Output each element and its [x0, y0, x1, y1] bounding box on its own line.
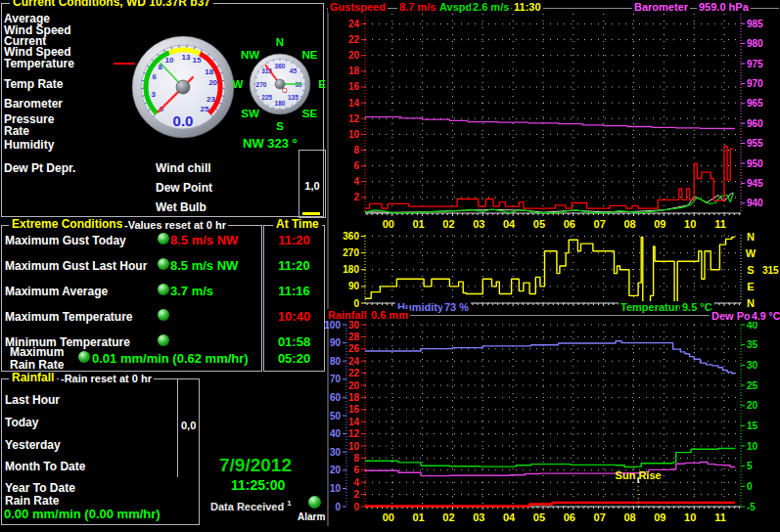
svg-text:315 °: 315 °: [762, 265, 780, 276]
rain-meter-value: 0,0: [181, 420, 196, 431]
svg-text:08: 08: [623, 511, 635, 523]
svg-text:14: 14: [348, 417, 360, 427]
svg-text:70: 70: [330, 374, 342, 384]
svg-text:28: 28: [348, 332, 360, 342]
svg-text:5: 5: [747, 461, 753, 471]
svg-text:20: 20: [330, 465, 342, 475]
rainfall-panel: Rainfall -Rain reset at 0 hr Last Hour T…: [1, 378, 200, 525]
svg-text:6: 6: [353, 465, 359, 475]
svg-text:960: 960: [747, 118, 763, 129]
svg-text:23: 23: [206, 95, 215, 104]
svg-text:12: 12: [348, 113, 360, 124]
svg-text:30: 30: [348, 320, 360, 331]
svg-text:225: 225: [261, 94, 272, 101]
svg-text:S: S: [747, 264, 754, 276]
series-rainfall: [365, 503, 735, 507]
svg-text:360: 360: [343, 231, 359, 242]
svg-text:11: 11: [714, 218, 726, 230]
gustspeed-legend-label: Gustspeed: [328, 1, 388, 13]
temperature-legend-label: Temperature: [619, 301, 687, 313]
svg-text:955: 955: [747, 138, 763, 149]
svg-text:270: 270: [256, 81, 267, 88]
label-temperature: Temperature: [4, 58, 74, 70]
svg-text:11: 11: [714, 511, 726, 523]
svg-text:03: 03: [473, 218, 484, 230]
svg-text:18: 18: [348, 392, 360, 403]
svg-text:100: 100: [325, 320, 341, 331]
rain-intensity-meter-bar: [302, 212, 320, 215]
svg-text:30: 30: [330, 447, 342, 458]
svg-text:0: 0: [353, 502, 359, 512]
svg-text:00: 00: [383, 218, 394, 230]
label-dew-pt-depr: Dew Pt Depr.: [4, 162, 75, 175]
svg-text:26: 26: [348, 343, 360, 354]
svg-text:60: 60: [330, 392, 342, 403]
wind-speed-reading: 0.0: [173, 112, 194, 129]
svg-text:07: 07: [594, 218, 606, 230]
compass-point-w: W: [233, 78, 244, 90]
at-time-row-3: 10:40: [264, 310, 324, 323]
label-dew-point: Dew Point: [156, 182, 212, 195]
svg-text:14: 14: [348, 98, 360, 109]
label-wet-bulb: Wet Bulb: [156, 201, 206, 214]
svg-text:04: 04: [503, 218, 516, 230]
svg-text:20: 20: [747, 400, 758, 411]
wind-speed-gauge: 0368101315182023250.0: [126, 33, 240, 145]
svg-text:45: 45: [290, 67, 298, 74]
compass-reading: NW 323 °: [243, 137, 298, 150]
label-max-temperature: Maximum Temperature: [5, 311, 132, 324]
svg-text:08: 08: [623, 218, 635, 230]
svg-text:00: 00: [383, 511, 394, 523]
data-received-text: Data Received: [210, 501, 284, 512]
svg-text:16: 16: [348, 404, 360, 415]
svg-text:09: 09: [654, 511, 665, 523]
rainfall-panel-divider: [177, 379, 178, 477]
svg-text:20: 20: [348, 50, 360, 61]
series-barometer: [365, 117, 735, 129]
svg-text:970: 970: [747, 78, 763, 89]
rain-rate-value: 0.00 mm/min (0.00 mm/hr): [4, 508, 161, 520]
charts-area: 2468101214161820222494094595095596096597…: [325, 0, 780, 532]
rain-intensity-meter-value: 1,0: [299, 180, 325, 192]
at-time-row-4: 01:58: [264, 335, 324, 348]
label-humidity: Humidity: [4, 139, 54, 152]
svg-text:135: 135: [288, 94, 298, 101]
svg-text:8: 8: [353, 145, 359, 155]
sunrise-annotation: Sun Rise: [616, 469, 662, 481]
svg-text:0: 0: [353, 298, 359, 309]
compass-point-s: S: [276, 120, 284, 132]
svg-text:975: 975: [747, 59, 763, 69]
svg-text:25: 25: [747, 380, 758, 391]
svg-text:04: 04: [503, 511, 516, 523]
max-average-led-icon: [158, 284, 169, 295]
svg-text:945: 945: [747, 178, 763, 189]
barometer-value: 959.0 hPa: [697, 1, 751, 13]
max-temperature-led-icon: [158, 309, 169, 321]
min-temperature-led-icon: [158, 334, 169, 346]
rainfall-subtitle: -Rain reset at 0 hr: [59, 373, 154, 384]
svg-text:0: 0: [335, 502, 341, 512]
rain-intensity-meter: 1,0: [298, 150, 326, 218]
label-max-gust-today: Maximum Gust Today: [5, 235, 126, 247]
svg-text:20: 20: [348, 380, 360, 391]
label-max-gust-last-hour: Maximum Gust Last Hour: [5, 260, 147, 273]
time-display: 11:25:00: [231, 477, 285, 493]
max-gust-last-hour-value: 8.5 m/s NW: [170, 259, 238, 272]
label-temp-rate: Temp Rate: [4, 78, 63, 91]
dew-point-value: 4.9 °C: [750, 310, 780, 322]
at-time-row-1: 11:20: [264, 259, 324, 272]
compass-point-e: E: [318, 78, 326, 90]
max-gust-today-value: 8.5 m/s NW: [170, 234, 238, 246]
svg-text:270: 270: [343, 247, 359, 258]
series-avspd: [365, 193, 733, 213]
gustspeed-value: 8.7 m/s: [397, 1, 437, 13]
svg-text:05: 05: [533, 511, 545, 523]
compass-point-sw: SW: [241, 108, 259, 119]
svg-text:4: 4: [353, 477, 359, 488]
svg-text:20: 20: [208, 78, 217, 87]
rainfall-value: 0.6 mm: [369, 309, 410, 321]
rainfall-title: Rainfall: [9, 372, 57, 384]
series-gustspeed: [365, 147, 733, 209]
data-received-count: 1: [287, 499, 291, 508]
svg-text:07: 07: [594, 511, 606, 523]
